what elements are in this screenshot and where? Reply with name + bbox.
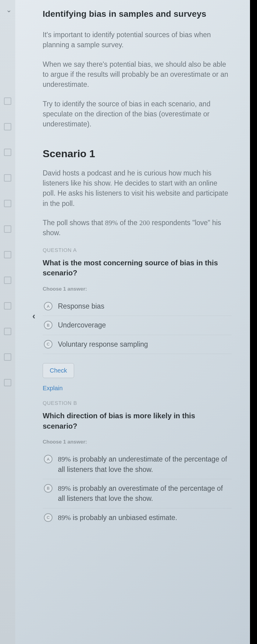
sidebar-item[interactable] bbox=[4, 328, 11, 335]
sidebar-item[interactable] bbox=[4, 149, 11, 156]
respondent-count: 200 bbox=[139, 219, 150, 227]
radio-icon: A bbox=[44, 302, 52, 310]
sidebar-item[interactable] bbox=[4, 200, 11, 207]
chevron-down-icon[interactable]: ⌄ bbox=[6, 6, 12, 14]
question-b-label: QUESTION B bbox=[43, 400, 232, 406]
sidebar-item[interactable] bbox=[4, 302, 11, 310]
scenario-paragraph: David hosts a podcast and he is curious … bbox=[43, 168, 232, 209]
option-c[interactable]: C 89% is probably an unbiased estimate. bbox=[43, 508, 232, 527]
radio-icon: B bbox=[44, 484, 52, 493]
option-c-text: Voluntary response sampling bbox=[58, 339, 148, 349]
radio-icon: A bbox=[44, 455, 52, 463]
choose-label: Choose 1 answer: bbox=[43, 439, 232, 445]
explain-link[interactable]: Explain bbox=[43, 385, 232, 392]
radio-icon: C bbox=[44, 513, 52, 522]
question-a-label: QUESTION A bbox=[43, 247, 232, 253]
radio-icon: C bbox=[44, 340, 52, 349]
left-sidebar: ⌄ bbox=[0, 0, 15, 644]
page-title: Identifying bias in samples and surveys bbox=[43, 9, 232, 19]
sidebar-item[interactable] bbox=[4, 97, 11, 105]
radio-icon: B bbox=[44, 321, 52, 329]
sidebar-item[interactable] bbox=[4, 225, 11, 233]
intro-paragraph: It's important to identify potential sou… bbox=[43, 30, 232, 50]
question-b-prompt: Which direction of bias is more likely i… bbox=[43, 411, 232, 431]
option-a-text: Response bias bbox=[58, 301, 104, 311]
sidebar-item[interactable] bbox=[4, 353, 11, 361]
option-b-text: 89% is probably an overestimate of the p… bbox=[58, 483, 230, 504]
chevron-left-icon[interactable]: ‹ bbox=[32, 311, 35, 321]
intro-paragraph: Try to identify the source of bias in ea… bbox=[43, 99, 232, 129]
choose-label: Choose 1 answer: bbox=[43, 286, 232, 292]
option-b[interactable]: B Undercoverage bbox=[43, 316, 232, 335]
sidebar-item[interactable] bbox=[4, 123, 11, 130]
option-a-text: 89% is probably an underestimate of the … bbox=[58, 454, 230, 475]
scenario-heading: Scenario 1 bbox=[43, 148, 232, 160]
content-area: ‹ Identifying bias in samples and survey… bbox=[15, 0, 250, 644]
intro-paragraph: When we say there's potential bias, we s… bbox=[43, 59, 232, 90]
sidebar-item[interactable] bbox=[4, 174, 11, 182]
option-c-text: 89% is probably an unbiased estimate. bbox=[58, 513, 177, 523]
option-b[interactable]: B 89% is probably an overestimate of the… bbox=[43, 479, 232, 508]
sidebar-item[interactable] bbox=[4, 251, 11, 258]
sidebar-item[interactable] bbox=[4, 379, 11, 386]
check-button[interactable]: Check bbox=[43, 363, 74, 378]
question-a-prompt: What is the most concerning source of bi… bbox=[43, 258, 232, 278]
percent-value: 89% bbox=[105, 219, 118, 227]
option-a[interactable]: A Response bias bbox=[43, 297, 232, 316]
option-c[interactable]: C Voluntary response sampling bbox=[43, 335, 232, 354]
sidebar-item[interactable] bbox=[4, 277, 11, 284]
option-b-text: Undercoverage bbox=[58, 320, 106, 330]
scenario-paragraph: The poll shows that 89% of the 200 respo… bbox=[43, 218, 232, 238]
option-a[interactable]: A 89% is probably an underestimate of th… bbox=[43, 450, 232, 479]
